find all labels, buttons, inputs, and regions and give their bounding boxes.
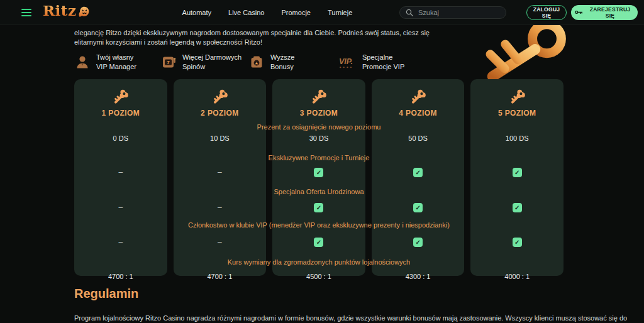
search-box[interactable] <box>399 6 506 19</box>
row-birthday-flags <box>74 201 564 212</box>
benefit-free-spins: 7 Więcej Darmowych Spinów <box>160 53 248 72</box>
benefit-vip-promos: VIP. ✦ ✦ ✦ ✦ Specjalne Promocje VIP <box>338 53 424 72</box>
flag-cell <box>372 201 465 212</box>
key-icon <box>509 87 526 104</box>
flag-cell <box>372 166 465 177</box>
flag-cell <box>74 201 167 212</box>
top-navigation-bar: Ritz Automaty Live Casino Promocje Turni… <box>0 0 644 25</box>
key-icon <box>310 87 327 104</box>
level-header: 1 POZIOM <box>74 87 167 118</box>
level-title: 2 POZIOM <box>174 109 267 118</box>
logo[interactable]: Ritz <box>43 4 91 21</box>
level-header-row: 1 POZIOM 2 POZIOM 3 POZIOM 4 POZIOM 5 PO… <box>74 79 564 118</box>
regulamin-text: Program lojalnościowy Ritzo Casino nagra… <box>74 314 635 323</box>
vip-badge-icon: VIP. ✦ ✦ ✦ ✦ <box>338 54 357 70</box>
search-input[interactable] <box>417 8 500 17</box>
svg-text:✦ ✦ ✦ ✦: ✦ ✦ ✦ ✦ <box>339 65 352 69</box>
benefit-label: Wyższe Bonusy <box>270 53 303 72</box>
exchange-value: 4000 : 1 <box>470 273 564 280</box>
flag-cell <box>272 166 365 177</box>
flag-cell <box>174 236 267 247</box>
auth-buttons: ZALOGUJ SIĘ ZAREJESTRUJ SIĘ <box>526 5 638 20</box>
flag-cell <box>272 236 365 247</box>
exchange-value: 4700 : 1 <box>174 273 267 280</box>
level-header: 2 POZIOM <box>174 87 267 118</box>
search-icon <box>406 9 413 16</box>
svg-text:7: 7 <box>167 60 170 65</box>
key-icon <box>211 87 228 104</box>
nav-item-turnieje[interactable]: Turnieje <box>328 9 352 16</box>
exchange-value: 4300 : 1 <box>372 273 465 280</box>
regulamin-heading: Regulamin <box>74 287 644 301</box>
nav-item-promocje[interactable]: Promocje <box>282 9 311 16</box>
logo-text: Ritz <box>43 4 77 18</box>
row-promos-flags <box>74 166 564 177</box>
flag-cell <box>174 201 267 212</box>
safe-box-icon: ★ <box>248 54 265 70</box>
svg-text:★: ★ <box>255 61 258 65</box>
register-button[interactable]: ZAREJESTRUJ SIĘ <box>571 5 638 20</box>
level-title: 1 POZIOM <box>74 109 167 118</box>
level-header: 5 POZIOM <box>470 87 564 118</box>
benefit-label: Twój własny VIP Manager <box>96 53 142 72</box>
gift-value: 0 DS <box>74 134 167 142</box>
flag-cell <box>174 166 267 177</box>
flag-cell <box>74 166 167 177</box>
row-label-promos: Ekskluzywne Promocje i Turnieje <box>74 154 564 162</box>
page-content: elegancję Ritzo dzięki ekskluzywnym nagr… <box>0 25 644 323</box>
exchange-value: 4700 : 1 <box>74 273 167 280</box>
row-label-birthday: Specjalna Oferta Urodzinowa <box>74 188 564 195</box>
flag-cell <box>470 236 564 247</box>
gift-value: 50 DS <box>372 134 465 142</box>
svg-text:VIP.: VIP. <box>339 57 353 66</box>
benefit-higher-bonuses: ★ Wyższe Bonusy <box>248 53 338 72</box>
row-label-gift: Prezent za osiągnięcie nowego poziomu <box>74 123 564 131</box>
hamburger-menu-icon[interactable] <box>21 9 31 16</box>
benefit-vip-manager: Twój własny VIP Manager <box>74 53 160 72</box>
vip-benefits-row: Twój własny VIP Manager 7 Więcej Darmowy… <box>74 53 644 72</box>
row-label-vip-club: Członkostwo w klubie VIP (menedżer VIP o… <box>74 221 564 229</box>
level-title: 5 POZIOM <box>470 109 564 118</box>
key-icon <box>409 87 426 104</box>
nav-item-automaty[interactable]: Automaty <box>182 9 211 16</box>
level-header: 3 POZIOM <box>272 87 365 118</box>
flag-cell <box>272 201 365 212</box>
gift-value: 10 DS <box>174 134 267 142</box>
level-title: 3 POZIOM <box>272 109 365 118</box>
ghost-mascot-icon <box>77 5 91 21</box>
row-vip-club-flags <box>74 236 564 247</box>
flag-cell <box>372 236 465 247</box>
flag-cell <box>74 236 167 247</box>
main-nav: Automaty Live Casino Promocje Turnieje <box>182 9 353 16</box>
gift-value: 100 DS <box>470 134 564 142</box>
benefit-label: Więcej Darmowych Spinów <box>182 53 247 72</box>
key-icon <box>575 9 583 15</box>
vip-levels-table: 1 POZIOM 2 POZIOM 3 POZIOM 4 POZIOM 5 PO… <box>74 79 564 276</box>
flag-cell <box>470 201 564 212</box>
level-title: 4 POZIOM <box>372 109 465 118</box>
slot-machine-seven-icon: 7 <box>160 54 177 70</box>
row-exchange-values: 4700 : 1 4700 : 1 4500 : 1 4300 : 1 4000… <box>74 273 564 280</box>
vip-intro-text: elegancję Ritzo dzięki ekskluzywnym nagr… <box>74 28 430 48</box>
register-button-label: ZAREJESTRUJ SIĘ <box>586 6 634 19</box>
row-label-exchange: Kurs wymiany dla zgromadzonych punktów l… <box>74 258 564 266</box>
login-button[interactable]: ZALOGUJ SIĘ <box>526 5 567 20</box>
nav-item-live-casino[interactable]: Live Casino <box>228 9 264 16</box>
key-icon <box>112 87 129 104</box>
level-table-content: 1 POZIOM 2 POZIOM 3 POZIOM 4 POZIOM 5 PO… <box>74 79 564 280</box>
row-gift-values: 0 DS 10 DS 30 DS 50 DS 100 DS <box>74 134 564 142</box>
vip-manager-person-icon <box>74 54 91 70</box>
benefit-label: Specjalne Promocje VIP <box>362 53 418 72</box>
exchange-value: 4500 : 1 <box>272 273 365 280</box>
gift-value: 30 DS <box>272 134 365 142</box>
level-header: 4 POZIOM <box>372 87 465 118</box>
flag-cell <box>470 166 564 177</box>
